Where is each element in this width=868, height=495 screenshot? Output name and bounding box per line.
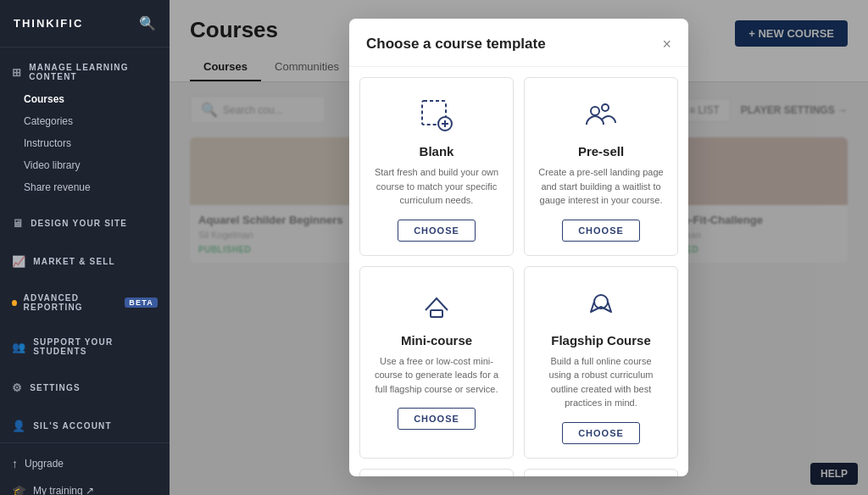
account-icon: 👤 (12, 420, 26, 432)
blank-icon (416, 95, 457, 136)
template-card-extra1 (359, 469, 514, 477)
template-card-minicourse: Mini-course Use a free or low-cost mini-… (359, 266, 514, 459)
sidebar-item-settings[interactable]: ⚙ SETTINGS (0, 375, 170, 401)
modal-body: Blank Start fresh and build your own cou… (349, 67, 688, 476)
search-icon[interactable]: 🔍 (139, 15, 156, 31)
training-icon: 🎓 (12, 484, 26, 495)
sidebar-section-reporting: ADVANCED REPORTING BETA (0, 278, 170, 322)
modal-close-button[interactable]: × (662, 36, 671, 52)
svg-point-4 (591, 107, 599, 115)
template-card-blank: Blank Start fresh and build your own cou… (359, 77, 514, 256)
flagship-icon (581, 284, 621, 325)
sidebar-section-settings: ⚙ SETTINGS (0, 366, 170, 404)
sidebar-section-account-label: SIL'S ACCOUNT (33, 421, 112, 431)
sidebar-item-courses[interactable]: Courses (0, 88, 170, 110)
sidebar-section-support-label: SUPPORT YOUR STUDENTS (33, 337, 158, 356)
sidebar-item-account[interactable]: 👤 SIL'S ACCOUNT (0, 413, 170, 439)
modal-title: Choose a course template (366, 36, 546, 53)
presell-template-name: Pre-sell (578, 144, 624, 159)
sidebar-logo: THINKIFIC 🔍 (0, 0, 170, 47)
presell-icon (581, 95, 621, 136)
logo-text: THINKIFIC (14, 17, 83, 30)
main-content: Courses Courses Communities + NEW COURSE… (170, 0, 868, 495)
template-grid: Blank Start fresh and build your own cou… (359, 77, 678, 459)
sidebar-section-reporting-label: ADVANCED REPORTING (24, 293, 119, 312)
blank-template-name: Blank (420, 144, 454, 159)
upgrade-icon: ↑ (12, 457, 18, 470)
sidebar-item-share-revenue[interactable]: Share revenue (0, 176, 170, 198)
presell-template-desc: Create a pre-sell landing page and start… (538, 165, 664, 208)
sidebar-item-instructors[interactable]: Instructors (0, 132, 170, 154)
course-template-modal: Choose a course template × (349, 19, 688, 476)
sidebar-bottom: ↑ Upgrade 🎓 My training ↗ ? Help center … (0, 442, 170, 495)
sidebar-my-training[interactable]: 🎓 My training ↗ (0, 477, 170, 495)
template-grid-extra (359, 469, 678, 477)
flagship-template-desc: Build a full online course using a robus… (538, 354, 664, 410)
minicourse-choose-button[interactable]: choose (398, 408, 476, 430)
sidebar-section-market-label: MARKET & SELL (33, 257, 115, 266)
svg-point-5 (602, 104, 609, 111)
blank-choose-button[interactable]: CHOOSE (398, 220, 476, 242)
sidebar-item-design-site[interactable]: 🖥 DESIGN YOUR SITE (0, 210, 170, 236)
sidebar: THINKIFIC 🔍 ⊞ MANAGE LEARNING CONTENT Co… (0, 0, 170, 495)
my-training-label: My training ↗ (33, 485, 94, 495)
minicourse-icon (416, 284, 457, 325)
svg-rect-6 (431, 310, 442, 317)
sidebar-item-market-sell[interactable]: 📈 MARKET & SELL (0, 248, 170, 275)
sidebar-section-account: 👤 SIL'S ACCOUNT (0, 404, 170, 442)
minicourse-template-desc: Use a free or low-cost mini-course to ge… (374, 354, 499, 397)
sidebar-item-categories[interactable]: Categories (0, 110, 170, 132)
modal-overlay: Choose a course template × (170, 0, 868, 495)
sidebar-item-support-students[interactable]: 👥 SUPPORT YOUR STUDENTS (0, 331, 170, 363)
manage-icon: ⊞ (12, 66, 22, 79)
flagship-template-name: Flagship Course (551, 333, 651, 348)
beta-badge: BETA (125, 298, 158, 308)
modal-header: Choose a course template × (349, 19, 688, 67)
upgrade-label: Upgrade (25, 458, 64, 470)
sidebar-section-manage: ⊞ MANAGE LEARNING CONTENT Courses Catego… (0, 47, 170, 202)
sidebar-section-manage-label: MANAGE LEARNING CONTENT (29, 63, 158, 81)
minicourse-template-name: Mini-course (401, 333, 472, 348)
sidebar-section-design: 🖥 DESIGN YOUR SITE (0, 202, 170, 240)
design-icon: 🖥 (12, 217, 24, 230)
sidebar-section-design-label: DESIGN YOUR SITE (31, 219, 127, 228)
blank-template-desc: Start fresh and build your own course to… (374, 165, 499, 208)
settings-icon: ⚙ (12, 381, 23, 394)
sidebar-section-support: 👥 SUPPORT YOUR STUDENTS (0, 322, 170, 366)
market-icon: 📈 (12, 255, 26, 268)
template-card-extra2 (524, 469, 678, 477)
flagship-choose-button[interactable]: choose (562, 422, 640, 444)
presell-choose-button[interactable]: CHOOSE (562, 220, 640, 242)
sidebar-upgrade[interactable]: ↑ Upgrade (0, 450, 170, 477)
beta-dot (12, 300, 17, 306)
sidebar-item-video-library[interactable]: Video library (0, 154, 170, 176)
sidebar-item-manage-learning[interactable]: ⊞ MANAGE LEARNING CONTENT (0, 56, 170, 88)
sidebar-section-settings-label: SETTINGS (30, 383, 81, 392)
sidebar-section-market: 📈 MARKET & SELL (0, 240, 170, 278)
template-card-flagship: Flagship Course Build a full online cour… (524, 266, 678, 459)
support-icon: 👥 (12, 341, 26, 353)
template-card-presell: Pre-sell Create a pre-sell landing page … (524, 77, 678, 256)
sidebar-item-advanced-reporting[interactable]: ADVANCED REPORTING BETA (0, 286, 170, 319)
